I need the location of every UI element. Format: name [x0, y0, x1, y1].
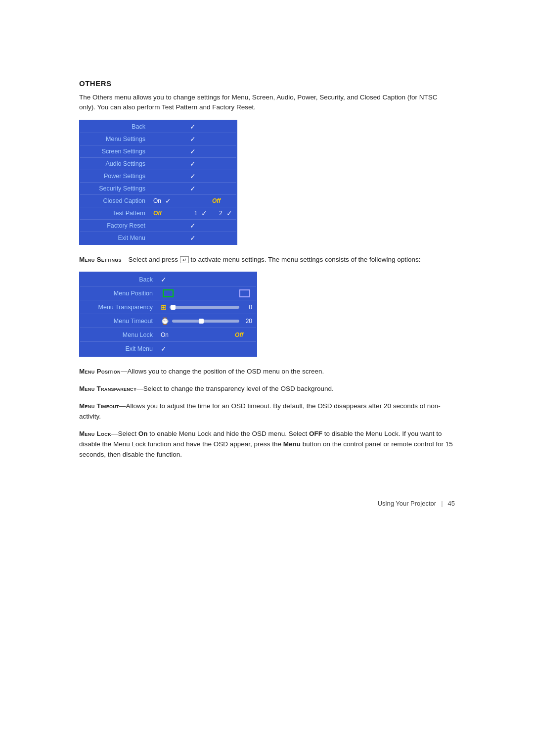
- check-icon: ✓: [201, 209, 207, 217]
- pattern-2: 2: [219, 210, 222, 217]
- row-value: [157, 287, 256, 299]
- row-value: ✓: [149, 121, 236, 133]
- menu-settings-table: Back ✓ Menu Position Menu Transparency ⊞…: [79, 272, 257, 357]
- page-footer: Using Your Projector | 45: [79, 500, 455, 507]
- menu-settings-title-bold: Menu Settings: [79, 256, 122, 263]
- row-label: Menu Position: [80, 288, 157, 299]
- table-row: Back ✓: [80, 273, 256, 286]
- row-label: Back: [80, 274, 157, 285]
- table-row: Menu Transparency ⊞ 0: [80, 300, 256, 314]
- timeout-icon: ⌚: [161, 317, 169, 325]
- section-title: OTHERS: [79, 79, 455, 88]
- row-label: Exit Menu: [80, 233, 149, 243]
- desc-title-menu-position: Menu Position: [79, 368, 121, 375]
- row-value: ✓: [149, 183, 236, 194]
- row-value: On ✓ Off: [149, 195, 236, 207]
- on-label: On: [161, 331, 169, 338]
- off-label: Off: [153, 210, 162, 217]
- row-label: Menu Settings: [80, 134, 149, 144]
- table-row: Screen Settings ✓: [80, 145, 236, 158]
- row-label: Back: [80, 121, 149, 132]
- table-row: Menu Settings ✓: [80, 133, 236, 145]
- row-value: Off 1 ✓ 2 ✓: [149, 207, 236, 219]
- transparency-slider: [170, 306, 239, 309]
- footer-label: Using Your Projector: [378, 500, 437, 507]
- desc-title-menu-lock: Menu Lock: [79, 430, 111, 437]
- menu-settings-intro-suffix: —Select and press ↵ to activate menu set…: [122, 256, 421, 263]
- menu-settings-intro-text: Menu Settings—Select and press ↵ to acti…: [79, 255, 455, 265]
- check-icon: ✓: [190, 135, 196, 143]
- table-row: Exit Menu ✓: [80, 232, 236, 244]
- off-label: Off: [212, 197, 221, 204]
- row-value: ✓: [149, 133, 236, 145]
- desc-menu-lock: Menu Lock—Select On to enable Menu Lock …: [79, 429, 455, 460]
- table-row: Menu Position: [80, 286, 256, 300]
- row-value: ✓: [149, 232, 236, 244]
- check-icon: ✓: [190, 185, 196, 192]
- transparency-icon: ⊞: [161, 303, 167, 311]
- check-icon: ✓: [190, 172, 196, 180]
- transparency-value: 0: [242, 304, 252, 311]
- row-label: Menu Lock: [80, 330, 157, 340]
- desc-title-menu-transparency: Menu Transparency: [79, 385, 136, 392]
- slider-handle: [171, 305, 176, 310]
- row-label: Screen Settings: [80, 146, 149, 157]
- row-value: ✓: [149, 145, 236, 157]
- table-row: Factory Reset ✓: [80, 220, 236, 232]
- pattern-1: 1: [194, 210, 198, 217]
- table-row: Exit Menu ✓: [80, 342, 256, 356]
- page-number: 45: [448, 500, 455, 507]
- table-row: Menu Lock On Off: [80, 328, 256, 342]
- table-row: Audio Settings ✓: [80, 158, 236, 170]
- row-value: ✓: [157, 343, 256, 355]
- row-label: Audio Settings: [80, 158, 149, 169]
- desc-text-menu-position: —Allows you to change the position of th…: [121, 368, 324, 375]
- table-row: Test Pattern Off 1 ✓ 2 ✓: [80, 207, 236, 220]
- row-value: ⊞ 0: [157, 301, 256, 313]
- row-label: Security Settings: [80, 183, 149, 194]
- check-icon: ✓: [190, 222, 196, 230]
- off-label: Off: [235, 331, 243, 338]
- check-icon: ✓: [190, 147, 196, 155]
- row-label: Exit Menu: [80, 343, 157, 354]
- row-label: Menu Transparency: [80, 302, 157, 313]
- on-label: On: [153, 197, 161, 204]
- table-row: Closed Caption On ✓ Off: [80, 195, 236, 207]
- check-icon: ✓: [226, 209, 232, 217]
- position-box-right: [239, 289, 250, 297]
- row-label: Menu Timeout: [80, 316, 157, 327]
- desc-text-menu-timeout: —Allows you to adjust the time for an OS…: [79, 402, 441, 420]
- desc-text-menu-lock: —Select On to enable Menu Lock and hide …: [79, 430, 453, 458]
- position-box-left: [163, 289, 174, 297]
- table-row: Back ✓: [80, 121, 236, 133]
- enter-button-icon: ↵: [180, 256, 189, 263]
- row-label: Power Settings: [80, 171, 149, 182]
- row-value: ✓: [149, 220, 236, 232]
- desc-menu-transparency: Menu Transparency—Select to change the t…: [79, 384, 455, 394]
- timeout-slider: [172, 320, 239, 323]
- others-table: Back ✓ Menu Settings ✓ Screen Settings ✓…: [79, 120, 237, 245]
- desc-text-menu-transparency: —Select to change the transparency level…: [136, 385, 333, 392]
- table-row: Power Settings ✓: [80, 170, 236, 183]
- check-icon: ✓: [165, 197, 171, 205]
- desc-menu-position: Menu Position—Allows you to change the p…: [79, 367, 455, 377]
- footer-divider: |: [441, 500, 443, 507]
- check-icon: ✓: [161, 345, 167, 353]
- check-icon: ✓: [161, 276, 167, 284]
- table-row: Security Settings ✓: [80, 183, 236, 195]
- row-label: Closed Caption: [80, 195, 149, 206]
- row-value: ✓: [157, 274, 256, 285]
- check-icon: ✓: [190, 160, 196, 168]
- row-label: Factory Reset: [80, 220, 149, 231]
- row-value: ✓: [149, 158, 236, 170]
- table-row: Menu Timeout ⌚ 20: [80, 314, 256, 328]
- timeout-value: 20: [242, 318, 252, 325]
- row-value: On Off: [157, 330, 256, 340]
- slider-handle: [199, 319, 204, 324]
- desc-menu-timeout: Menu Timeout—Allows you to adjust the ti…: [79, 401, 455, 422]
- row-label: Test Pattern: [80, 208, 149, 219]
- row-value: ⌚ 20: [157, 315, 256, 327]
- section-intro: The Others menu allows you to change set…: [79, 93, 455, 113]
- row-value: ✓: [149, 170, 236, 182]
- desc-title-menu-timeout: Menu Timeout: [79, 402, 119, 410]
